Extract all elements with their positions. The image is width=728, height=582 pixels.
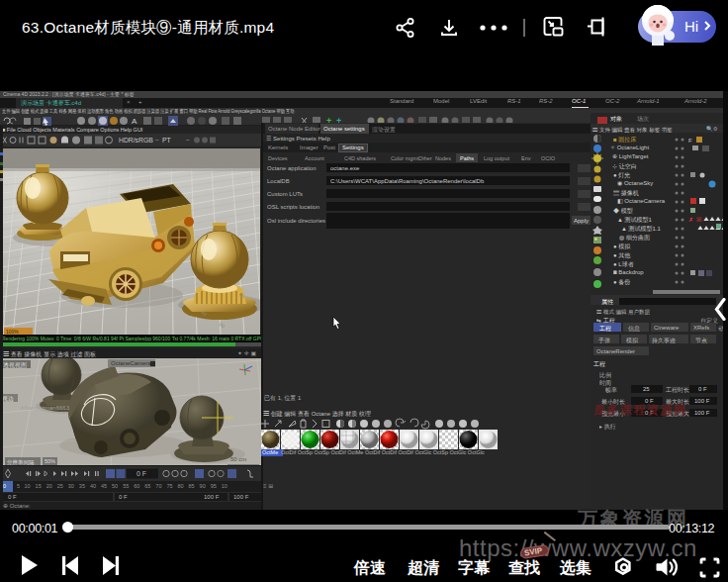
svg-text:0 F: 0 F <box>136 470 146 477</box>
svg-text:F: F <box>688 138 692 144</box>
svg-text:−: − <box>186 137 190 144</box>
svg-text:A: A <box>132 117 137 126</box>
svg-text:☒: ☒ <box>696 217 701 223</box>
svg-text:✗: ✗ <box>688 217 693 223</box>
svg-text:HDR/sRGB: HDR/sRGB <box>119 137 153 144</box>
svg-text:PT: PT <box>162 137 171 144</box>
svg-text:−: − <box>155 137 159 144</box>
